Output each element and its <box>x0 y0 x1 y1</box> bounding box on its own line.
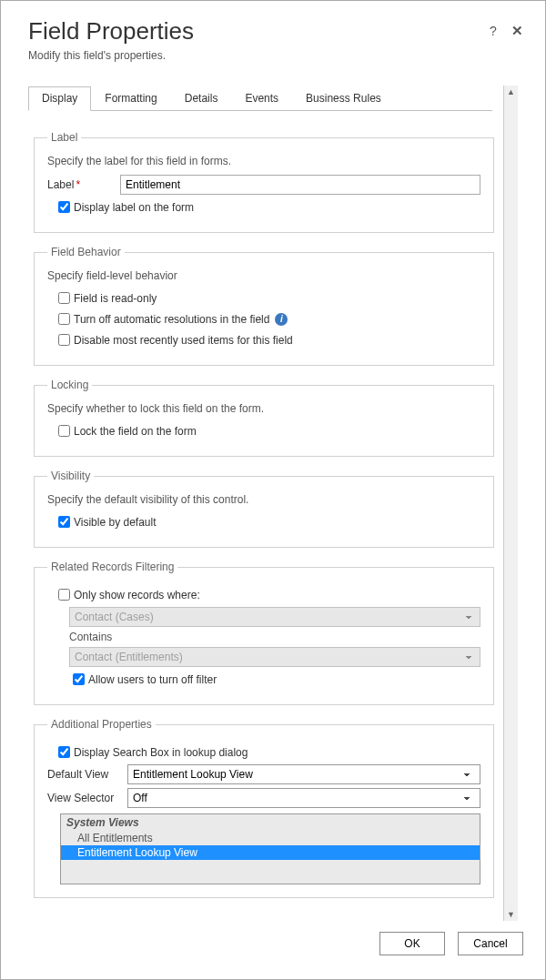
view-list-item[interactable]: All Entitlements <box>61 831 480 845</box>
locking-group: Locking Specify whether to lock this fie… <box>34 379 494 457</box>
view-selector-label: View Selector <box>47 792 127 804</box>
display-search-box-checkbox[interactable]: Display Search Box in lookup dialog <box>55 743 480 761</box>
view-selector-select[interactable]: Off <box>127 788 480 808</box>
tab-formatting[interactable]: Formatting <box>91 86 170 111</box>
visibility-group: Visibility Specify the default visibilit… <box>34 470 494 548</box>
behavior-desc: Specify field-level behavior <box>47 269 480 282</box>
allow-turn-off-filter-checkbox[interactable]: Allow users to turn off filter <box>69 671 480 688</box>
scroll-area[interactable]: Label Specify the label for this field i… <box>28 111 503 921</box>
related-legend: Related Records Filtering <box>47 561 177 573</box>
label-group-desc: Specify the label for this field in form… <box>47 155 480 167</box>
field-behavior-group: Field Behavior Specify field-level behav… <box>34 246 494 366</box>
default-view-label: Default View <box>47 768 127 781</box>
label-input[interactable] <box>120 175 480 195</box>
tab-business-rules[interactable]: Business Rules <box>292 86 395 111</box>
vertical-scrollbar[interactable]: ▲ ▼ <box>503 86 518 921</box>
where-select: Contact (Cases) <box>69 607 480 627</box>
field-properties-dialog: Field Properties Modify this field's pro… <box>0 0 546 980</box>
dialog-subtitle: Modify this field's properties. <box>28 49 518 62</box>
view-list-item[interactable]: Entitlement Lookup View <box>61 845 480 860</box>
tab-strip: DisplayFormattingDetailsEventsBusiness R… <box>28 86 492 111</box>
view-list-group-header: System Views <box>61 814 480 831</box>
locking-legend: Locking <box>47 379 92 391</box>
display-label-checkbox[interactable]: Display label on the form <box>55 198 480 216</box>
behavior-legend: Field Behavior <box>47 246 125 258</box>
label-group: Label Specify the label for this field i… <box>34 131 494 233</box>
visibility-legend: Visibility <box>47 470 94 482</box>
dialog-title: Field Properties <box>28 17 518 45</box>
label-field-label: Label* <box>47 178 120 191</box>
display-label-check-input[interactable] <box>58 201 70 213</box>
lock-field-checkbox[interactable]: Lock the field on the form <box>55 422 480 439</box>
only-show-records-checkbox[interactable]: Only show records where: <box>55 586 480 603</box>
tab-display[interactable]: Display <box>28 86 91 111</box>
dialog-header: Field Properties Modify this field's pro… <box>1 1 545 67</box>
auto-resolution-checkbox[interactable]: Turn off automatic resolutions in the fi… <box>55 310 480 328</box>
scroll-down-icon[interactable]: ▼ <box>507 910 515 919</box>
default-view-select[interactable]: Entitlement Lookup View <box>127 764 480 784</box>
tab-events[interactable]: Events <box>231 86 292 111</box>
locking-desc: Specify whether to lock this field on th… <box>47 402 480 415</box>
tab-details[interactable]: Details <box>171 86 232 111</box>
info-icon[interactable]: i <box>275 313 288 326</box>
readonly-checkbox[interactable]: Field is read-only <box>55 289 480 307</box>
close-icon[interactable]: ✕ <box>509 23 525 39</box>
label-group-legend: Label <box>47 131 81 144</box>
visibility-desc: Specify the default visibility of this c… <box>47 493 480 506</box>
help-icon[interactable]: ? <box>485 23 501 39</box>
contains-label: Contains <box>69 631 480 643</box>
dialog-footer: OK Cancel <box>1 921 545 979</box>
additional-properties-group: Additional Properties Display Search Box… <box>34 718 494 898</box>
contains-select: Contact (Entitlements) <box>69 647 480 667</box>
additional-legend: Additional Properties <box>47 718 156 731</box>
disable-mru-checkbox[interactable]: Disable most recently used items for thi… <box>55 331 480 349</box>
view-list[interactable]: System ViewsAll EntitlementsEntitlement … <box>60 813 480 884</box>
visible-default-checkbox[interactable]: Visible by default <box>55 513 480 530</box>
cancel-button[interactable]: Cancel <box>458 932 523 955</box>
ok-button[interactable]: OK <box>379 932 445 955</box>
scroll-up-icon[interactable]: ▲ <box>507 87 515 96</box>
related-records-group: Related Records Filtering Only show reco… <box>34 561 494 705</box>
